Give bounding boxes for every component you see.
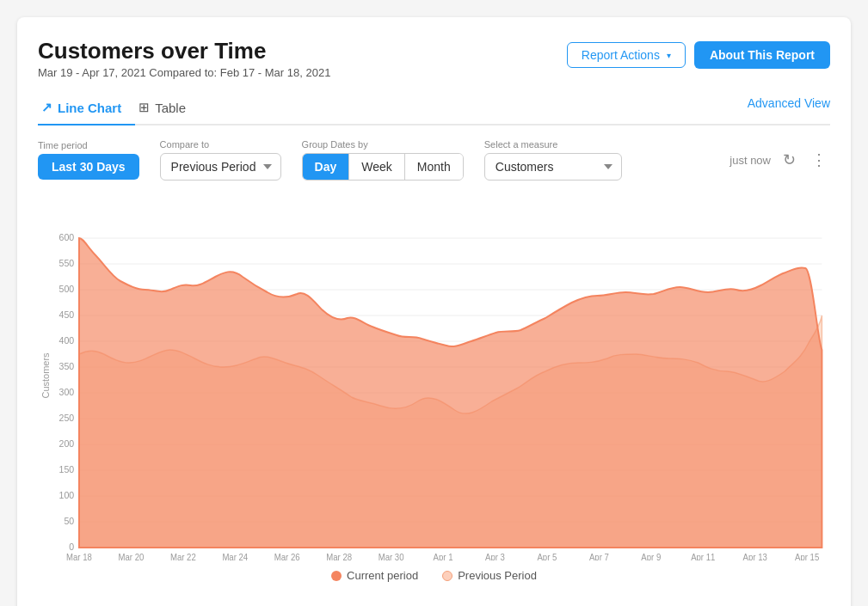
x-axis-labels: Mar 18 Mar 20 Mar 22 Mar 24 Mar 26 Mar 2…: [66, 553, 820, 560]
last-updated-text: just now: [729, 154, 771, 167]
compare-to-select[interactable]: Previous Period: [160, 153, 281, 181]
refresh-icon: ↻: [783, 151, 796, 168]
chart-svg: Customers 0 50 100 150 200 250 300 350 4…: [38, 191, 830, 560]
svg-text:Mar 20: Mar 20: [119, 553, 145, 560]
about-report-button[interactable]: About This Report: [694, 41, 830, 69]
right-controls: just now ↻ ⋮: [729, 149, 830, 171]
header-actions: Report Actions ▾ About This Report: [567, 41, 830, 69]
svg-text:Apr 9: Apr 9: [641, 553, 661, 560]
report-actions-label: Report Actions: [582, 48, 660, 62]
svg-text:Apr 15: Apr 15: [795, 553, 820, 560]
table-icon: ⊞: [139, 100, 150, 115]
svg-text:300: 300: [59, 387, 75, 397]
svg-text:Apr 13: Apr 13: [743, 553, 768, 560]
measure-label: Select a measure: [484, 139, 622, 150]
group-week-button[interactable]: Week: [349, 154, 405, 180]
more-options-icon: ⋮: [811, 151, 827, 168]
measure-select[interactable]: Customers: [484, 153, 622, 181]
legend-previous-label: Previous Period: [458, 569, 537, 582]
controls-row: Time period Last 30 Days Compare to Prev…: [38, 139, 830, 181]
svg-text:550: 550: [59, 258, 75, 268]
svg-text:600: 600: [59, 232, 75, 242]
tabs-left: ↗ Line Chart ⊞ Table: [38, 91, 200, 124]
svg-text:Mar 30: Mar 30: [379, 553, 404, 560]
header-row: Customers over Time Mar 19 - Apr 17, 202…: [38, 38, 830, 79]
tabs-row: ↗ Line Chart ⊞ Table Advanced View: [38, 91, 830, 125]
svg-text:200: 200: [59, 438, 75, 449]
svg-text:Apr 11: Apr 11: [691, 553, 715, 560]
svg-text:150: 150: [59, 464, 75, 474]
legend-current-dot: [331, 571, 342, 581]
svg-text:Mar 22: Mar 22: [170, 553, 196, 560]
more-options-button[interactable]: ⋮: [808, 149, 830, 171]
report-actions-button[interactable]: Report Actions ▾: [567, 42, 686, 68]
page-subtitle: Mar 19 - Apr 17, 2021 Compared to: Feb 1…: [38, 66, 330, 79]
group-dates-label: Group Dates by: [302, 139, 464, 150]
advanced-view-link[interactable]: Advanced View: [748, 96, 830, 119]
chart-legend: Current period Previous Period: [38, 569, 830, 582]
current-period-area: [79, 238, 822, 548]
svg-text:400: 400: [59, 335, 75, 346]
group-month-button[interactable]: Month: [405, 154, 463, 180]
refresh-button[interactable]: ↻: [779, 149, 799, 171]
svg-text:250: 250: [59, 413, 75, 423]
svg-text:500: 500: [59, 284, 75, 294]
line-chart-icon: ↗: [41, 100, 52, 115]
tab-line-chart-label: Line Chart: [58, 101, 121, 115]
svg-text:Apr 5: Apr 5: [537, 553, 557, 560]
legend-current: Current period: [331, 569, 418, 582]
svg-text:Mar 18: Mar 18: [66, 553, 92, 560]
svg-text:100: 100: [59, 490, 75, 500]
svg-text:0: 0: [69, 542, 74, 552]
compare-to-group: Compare to Previous Period: [160, 139, 281, 181]
title-block: Customers over Time Mar 19 - Apr 17, 202…: [38, 38, 330, 79]
time-period-label: Time period: [38, 140, 139, 150]
tab-table[interactable]: ⊞ Table: [135, 91, 200, 125]
group-dates-group: Group Dates by Day Week Month: [302, 139, 464, 181]
svg-text:Apr 3: Apr 3: [485, 553, 505, 560]
compare-to-label: Compare to: [160, 139, 281, 150]
svg-text:Customers: Customers: [41, 352, 52, 398]
group-day-button[interactable]: Day: [303, 154, 350, 180]
legend-previous-dot: [442, 571, 452, 581]
chevron-down-icon: ▾: [667, 51, 671, 60]
time-period-group: Time period Last 30 Days: [38, 140, 139, 180]
svg-text:Mar 24: Mar 24: [222, 553, 248, 560]
measure-group: Select a measure Customers: [484, 139, 622, 181]
time-period-button[interactable]: Last 30 Days: [38, 154, 139, 180]
svg-text:50: 50: [64, 516, 74, 526]
group-dates-buttons: Day Week Month: [302, 153, 464, 181]
legend-current-label: Current period: [347, 569, 418, 582]
tab-line-chart[interactable]: ↗ Line Chart: [38, 91, 135, 125]
main-card: Customers over Time Mar 19 - Apr 17, 202…: [17, 17, 851, 606]
tab-table-label: Table: [155, 101, 186, 115]
svg-text:450: 450: [59, 309, 75, 320]
svg-text:Apr 7: Apr 7: [589, 553, 609, 560]
svg-text:350: 350: [59, 361, 75, 371]
svg-text:Mar 26: Mar 26: [274, 553, 300, 560]
chart-container: Customers 0 50 100 150 200 250 300 350 4…: [38, 191, 830, 560]
svg-text:Apr 1: Apr 1: [434, 553, 453, 560]
svg-text:Mar 28: Mar 28: [326, 553, 352, 560]
legend-previous: Previous Period: [442, 569, 537, 582]
page-title: Customers over Time: [38, 38, 330, 64]
